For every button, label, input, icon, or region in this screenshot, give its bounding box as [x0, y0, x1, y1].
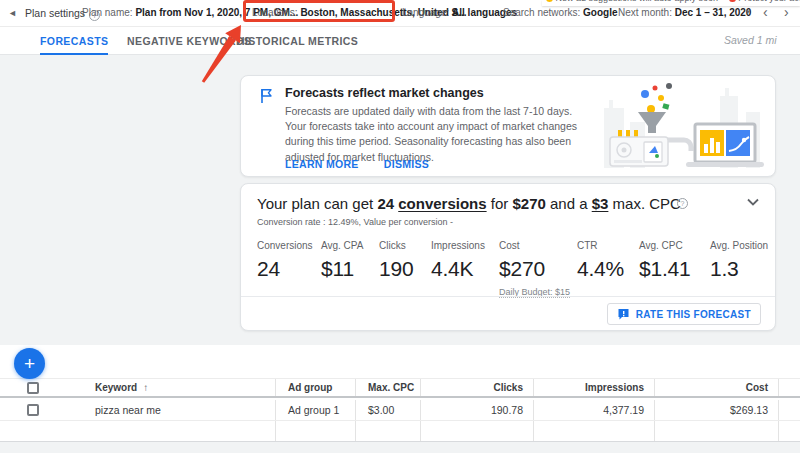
shield-icon [729, 0, 736, 2]
headline-text: max. CPC [608, 195, 681, 212]
notification-protect: Protect your account from... [738, 0, 800, 3]
metric-ctr: CTR 4.4% [577, 240, 639, 299]
search-networks-label: Search networks: [503, 7, 580, 18]
metric-label: Conversions [257, 240, 321, 251]
headline-conversions-count: 24 [377, 195, 398, 212]
headline-text: for [487, 195, 513, 212]
cell-max-cpc[interactable]: $3.00 [355, 400, 420, 420]
feedback-icon [617, 308, 630, 321]
headline-text: Your plan can get [257, 195, 377, 212]
bottom-strip [0, 441, 800, 453]
info-card-body: Forecasts are updated daily with data fr… [285, 104, 590, 165]
metric-value: 4.4% [577, 257, 639, 281]
metric-cost: Cost $270 Daily Budget: $15 [499, 240, 577, 299]
metric-value: $11 [321, 257, 379, 281]
metric-label: Avg. Position [710, 240, 780, 251]
metric-avg-cpc: Avg. CPC $1.41 [639, 240, 710, 299]
info-card-title: Forecasts reflect market changes [285, 86, 484, 100]
metric-label: Avg. CPA [321, 240, 379, 251]
headline-cost: $270 [512, 195, 545, 212]
headline-text: and a [546, 195, 592, 212]
collapse-chevron-icon[interactable] [747, 198, 759, 206]
column-header-clicks[interactable]: Clicks [420, 379, 533, 396]
metric-impressions: Impressions 4.4K [431, 240, 499, 299]
plan-name-label: Plan name: [82, 7, 133, 18]
cell-clicks: 190.78 [420, 400, 533, 420]
column-label: Keyword [95, 382, 137, 393]
prev-period-icon[interactable]: ‹ [763, 4, 768, 20]
table-row: pizza near me Ad group 1 $3.00 190.78 4,… [0, 400, 800, 421]
keywords-table-section: + Keyword ↑ Ad group Max. CPC Clicks Imp… [0, 345, 800, 453]
add-keyword-button[interactable]: + [14, 348, 45, 379]
forecast-illustration [600, 82, 765, 174]
plan-settings-text: Plan settings [25, 7, 85, 19]
sort-ascending-icon: ↑ [143, 382, 148, 393]
select-all-checkbox[interactable] [27, 382, 39, 394]
notification-bar: New ad suggestions will auto-apply soon … [542, 0, 800, 6]
metric-clicks: Clicks 190 [379, 240, 431, 299]
flag-icon [258, 87, 275, 104]
next-period-icon[interactable]: › [784, 4, 789, 20]
metric-avg-cpa: Avg. CPA $11 [321, 240, 379, 299]
dismiss-link[interactable]: DISMISS [384, 158, 429, 170]
metric-value: 190 [379, 257, 431, 281]
column-header-spacer [778, 379, 800, 396]
chevron-down-icon[interactable]: ▼ [745, 9, 751, 15]
cell-cost: $269.13 [654, 400, 778, 420]
headline-max-cpc: $3 [592, 195, 609, 212]
help-icon[interactable]: ? [677, 198, 688, 209]
rate-forecast-button[interactable]: RATE THIS FORECAST [607, 303, 761, 325]
notification-text: New ad suggestions will auto-apply soon … [546, 0, 800, 3]
metric-value: $1.41 [639, 257, 710, 281]
learn-more-link[interactable]: LEARN MORE [285, 158, 359, 170]
info-card-links: LEARN MORE DISMISS [285, 158, 451, 170]
search-networks-value: Google [583, 7, 617, 18]
metric-label: Cost [499, 240, 577, 251]
column-header-cost[interactable]: Cost [654, 379, 778, 396]
date-range-field[interactable]: Next month: Dec 1 – 31, 2020 [618, 7, 751, 18]
tab-negative-keywords[interactable]: NEGATIVE KEYWORDS [127, 27, 251, 55]
cell-keyword: pizza near me [75, 400, 275, 420]
forecast-info-card: Forecasts reflect market changes Forecas… [240, 75, 776, 177]
column-header-keyword[interactable]: Keyword ↑ [75, 379, 275, 396]
metric-avg-position: Avg. Position 1.3 [710, 240, 780, 299]
headline-conversions-word: conversions [398, 195, 486, 212]
lightbulb-icon [546, 0, 553, 2]
date-range-value: Dec 1 – 31, 2020 [675, 7, 752, 18]
date-range-label: Next month: [618, 7, 672, 18]
cell-ad-group: Ad group 1 [275, 400, 355, 420]
tab-bar: FORECASTS NEGATIVE KEYWORDS HISTORICAL M… [0, 27, 800, 55]
saved-status: Saved 1 mi [724, 34, 800, 46]
metrics-row: Conversions 24 Avg. CPA $11 Clicks 190 I… [257, 240, 780, 299]
forecast-summary-card: Your plan can get 24 conversions for $27… [240, 183, 776, 331]
notification-suggestion: New ad suggestions will auto-apply soon [556, 0, 719, 3]
tab-forecasts[interactable]: FORECASTS [40, 27, 108, 55]
locations-label: Locations: [252, 7, 298, 18]
table-empty-row [0, 421, 800, 441]
google-ads-keyword-plan-page: ◄ Plan settingsi Plan name: Plan from No… [0, 0, 800, 453]
metric-label: Clicks [379, 240, 431, 251]
main-content: Forecasts reflect market changes Forecas… [0, 55, 800, 345]
cell-spacer [778, 400, 800, 420]
metric-label: Avg. CPC [639, 240, 710, 251]
column-header-impressions[interactable]: Impressions [533, 379, 654, 396]
metric-label: Impressions [431, 240, 499, 251]
cell-impressions: 4,377.19 [533, 400, 654, 420]
metric-value: 24 [257, 257, 321, 281]
column-header-ad-group[interactable]: Ad group [275, 379, 355, 396]
metric-value: $270 [499, 257, 577, 281]
language-label: Language: [402, 7, 449, 18]
tab-historical-metrics[interactable]: HISTORICAL METRICS [237, 27, 358, 55]
row-checkbox[interactable] [27, 404, 39, 416]
language-field[interactable]: Language: All languages [402, 7, 517, 18]
column-header-max-cpc[interactable]: Max. CPC [355, 379, 420, 396]
metric-label: CTR [577, 240, 639, 251]
search-networks-field[interactable]: Search networks: Google [503, 7, 618, 18]
table-header-row: Keyword ↑ Ad group Max. CPC Clicks Impre… [0, 378, 800, 398]
card-footer: RATE THIS FORECAST [241, 296, 775, 330]
metric-value: 4.4K [431, 257, 499, 281]
rate-forecast-label: RATE THIS FORECAST [636, 309, 751, 320]
conversion-rate-line: Conversion rate : 12.49%, Value per conv… [257, 217, 453, 227]
back-icon[interactable]: ◄ [8, 8, 18, 18]
metric-value: 1.3 [710, 257, 780, 281]
